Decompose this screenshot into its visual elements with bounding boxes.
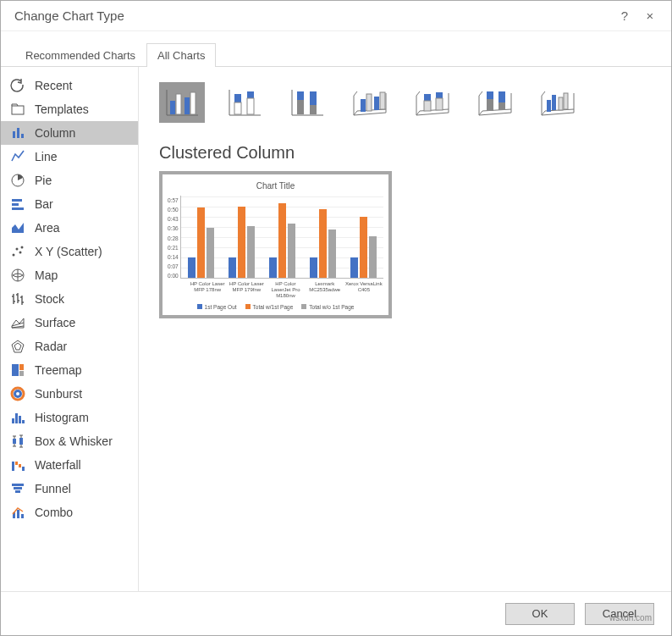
sidebar-item-label: Histogram [35, 411, 89, 424]
chart-type-title: Clustered Column [159, 143, 651, 163]
svg-marker-13 [12, 340, 24, 352]
area-icon [9, 219, 26, 236]
chart-preview[interactable]: Chart Title 0:000:070:140:210:280:360:43… [159, 171, 392, 318]
sidebar-item-label: Treemap [35, 363, 82, 377]
sidebar-item-recent[interactable]: Recent [1, 74, 138, 97]
tab-all-charts[interactable]: All Charts [146, 43, 216, 67]
svg-rect-54 [436, 92, 443, 98]
svg-rect-43 [247, 98, 254, 114]
svg-rect-59 [498, 102, 505, 110]
tabs: Recommended Charts All Charts [1, 41, 671, 67]
sidebar-item-label: Line [35, 150, 57, 163]
titlebar: Change Chart Type ? × [1, 1, 671, 31]
content-area: Clustered Column Chart Title 0:000:070:1… [139, 67, 671, 591]
sidebar-item-label: Radar [35, 340, 67, 353]
variant-3d-100-stacked-column[interactable] [472, 82, 518, 123]
svg-point-19 [15, 391, 21, 397]
sidebar-item-label: Bar [35, 197, 53, 211]
variant-100-stacked-column[interactable] [284, 82, 330, 123]
waterfall-icon [9, 456, 26, 473]
sidebar-item-funnel[interactable]: Funnel [1, 477, 138, 501]
svg-rect-24 [13, 439, 16, 444]
svg-rect-20 [12, 418, 14, 423]
variant-clustered-column[interactable] [159, 82, 205, 123]
variant-3d-clustered-column[interactable] [347, 82, 393, 123]
chart-preview-title: Chart Title [168, 181, 383, 191]
sidebar-item-line[interactable]: Line [1, 145, 138, 169]
svg-rect-30 [12, 484, 24, 486]
svg-rect-46 [310, 91, 317, 105]
svg-rect-47 [310, 105, 317, 114]
svg-rect-26 [12, 462, 14, 471]
help-button[interactable]: ? [612, 8, 637, 23]
svg-rect-57 [487, 99, 493, 111]
sidebar-item-column[interactable]: Column [1, 121, 138, 145]
svg-rect-35 [21, 514, 24, 518]
sidebar-item-stock[interactable]: Stock [1, 287, 138, 311]
recent-icon [9, 77, 26, 94]
scatter-icon [9, 243, 26, 260]
histogram-icon [9, 409, 26, 426]
variant-stacked-column[interactable] [222, 82, 267, 123]
svg-point-9 [16, 248, 19, 251]
svg-rect-63 [564, 93, 568, 109]
sidebar-item-pie[interactable]: Pie [1, 169, 138, 192]
sidebar-item-sunburst[interactable]: Sunburst [1, 382, 138, 406]
sidebar-item-map[interactable]: Map [1, 263, 138, 287]
treemap-icon [9, 362, 26, 379]
sidebar-item-xy[interactable]: X Y (Scatter) [1, 240, 138, 263]
window-title: Change Chart Type [9, 8, 612, 23]
sidebar-item-treemap[interactable]: Treemap [1, 358, 138, 382]
svg-rect-52 [424, 94, 431, 101]
sidebar-item-label: Waterfall [35, 458, 81, 472]
sidebar: Recent Templates Column Line Pie Bar [1, 67, 139, 591]
sidebar-item-label: Stock [35, 292, 64, 306]
sidebar-item-histogram[interactable]: Histogram [1, 406, 138, 429]
svg-rect-55 [436, 98, 443, 110]
sidebar-item-radar[interactable]: Radar [1, 335, 138, 358]
variant-3d-column[interactable] [535, 82, 581, 123]
tab-recommended[interactable]: Recommended Charts [14, 43, 146, 67]
svg-rect-39 [190, 92, 196, 114]
variant-3d-stacked-column[interactable] [410, 82, 455, 123]
svg-rect-29 [22, 467, 25, 471]
sidebar-item-label: Surface [35, 316, 75, 329]
dialog-footer: OK Cancel [1, 591, 671, 635]
svg-rect-44 [297, 91, 304, 100]
svg-rect-45 [297, 100, 304, 114]
surface-icon [9, 314, 26, 331]
svg-rect-49 [366, 94, 372, 111]
sidebar-item-surface[interactable]: Surface [1, 311, 138, 335]
svg-rect-1 [13, 131, 15, 138]
sidebar-item-waterfall[interactable]: Waterfall [1, 453, 138, 477]
sidebar-item-combo[interactable]: Combo [1, 501, 138, 524]
column-icon [9, 124, 26, 141]
plot [180, 196, 383, 279]
sidebar-item-bar[interactable]: Bar [1, 192, 138, 216]
sidebar-item-area[interactable]: Area [1, 216, 138, 240]
ok-button[interactable]: OK [505, 603, 575, 625]
box-whisker-icon [9, 433, 26, 450]
svg-rect-61 [552, 95, 556, 110]
line-icon [9, 148, 26, 165]
sidebar-item-box[interactable]: Box & Whisker [1, 429, 138, 453]
svg-rect-0 [12, 106, 24, 114]
chart-legend: 1st Page OutTotal w/1st PageTotal w/o 1s… [168, 304, 383, 310]
sidebar-item-templates[interactable]: Templates [1, 97, 138, 121]
svg-rect-62 [559, 97, 563, 110]
sunburst-icon [9, 385, 26, 402]
svg-rect-56 [487, 91, 493, 99]
funnel-icon [9, 480, 26, 497]
svg-rect-51 [380, 92, 385, 109]
sidebar-item-label: Funnel [35, 482, 71, 495]
svg-rect-42 [247, 91, 254, 98]
templates-icon [9, 101, 26, 118]
svg-rect-25 [19, 438, 23, 445]
sidebar-item-label: X Y (Scatter) [35, 245, 102, 258]
sidebar-item-label: Sunburst [35, 387, 82, 401]
sidebar-item-label: Box & Whisker [35, 434, 113, 448]
close-button[interactable]: × [637, 8, 663, 23]
svg-rect-48 [361, 99, 366, 112]
svg-rect-15 [12, 364, 19, 376]
radar-icon [9, 338, 26, 355]
